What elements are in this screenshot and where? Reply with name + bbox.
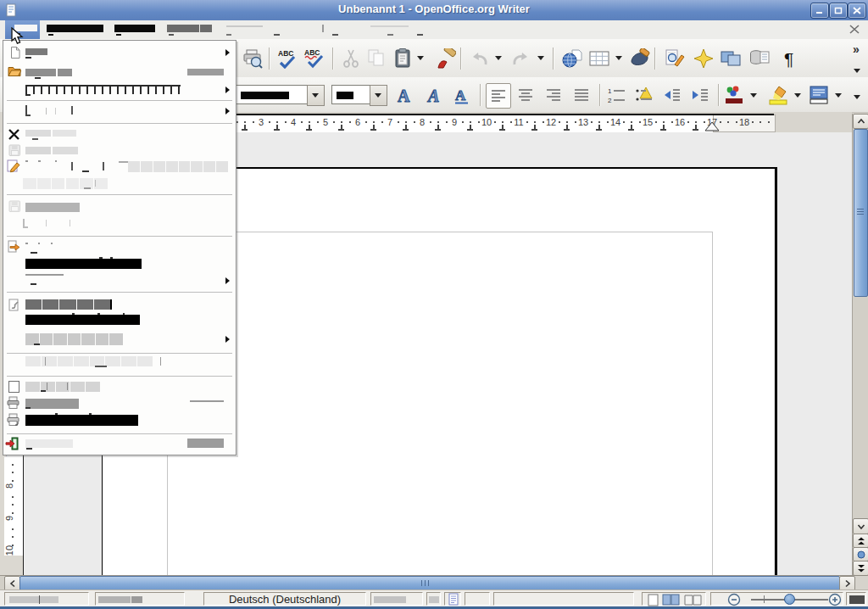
format-paintbrush-button[interactable] [434,47,458,70]
file-menu-item-export-as-pdf[interactable] [4,257,234,271]
status-zoom-percent[interactable] [846,592,866,606]
menubar-item-edit[interactable] [47,20,104,39]
file-menu-item-printer-settings[interactable] [4,412,234,427]
dropdown-arrow[interactable] [833,85,843,105]
file-menu-item-print[interactable] [4,396,234,411]
previous-page-button[interactable] [853,534,868,548]
status-signature[interactable] [465,592,490,606]
right-indent-marker-icon[interactable] [704,121,720,131]
menubar-item-view[interactable] [113,20,157,39]
file-menu-item-properties[interactable] [4,298,234,312]
navigation-button[interactable] [853,547,868,562]
font-name-input[interactable] [236,85,308,104]
menubar-item-insert[interactable] [165,20,214,39]
gallery-button[interactable] [719,47,743,70]
file-menu-item-templates[interactable] [4,332,234,347]
status-modified-flag[interactable] [444,592,461,606]
status-zoom-slider[interactable] [710,592,843,606]
underline-button[interactable]: A [450,83,474,107]
status-language[interactable]: Deutsch (Deutschland) [203,592,366,606]
decrease-indent-button[interactable] [660,83,684,107]
toolbar-more-button[interactable] [851,61,865,71]
menubar-item-window[interactable] [369,20,411,39]
increase-indent-button[interactable] [688,83,712,107]
paste-button[interactable] [391,47,415,70]
dropdown-arrow[interactable] [536,48,546,67]
file-menu-item-save-all[interactable] [4,177,234,191]
data-sources-button[interactable] [748,47,771,70]
title-bar[interactable]: Unbenannt 1 - OpenOffice.org Writer [0,0,868,21]
toolbar-more-button[interactable] [851,87,865,98]
file-menu-item-page-preview[interactable] [4,379,234,394]
bullet-list-button[interactable] [632,83,656,107]
menubar-item-table[interactable] [270,20,300,39]
align-right-button[interactable] [542,83,565,107]
scroll-up-button[interactable] [853,114,868,129]
auto-spellcheck-button[interactable]: ABC [302,47,326,70]
font-color-button[interactable] [722,83,746,107]
file-menu-item-new[interactable] [4,45,234,60]
file-menu-item-save-as[interactable] [4,159,234,176]
file-menu-item-close[interactable] [4,126,234,142]
file-menu-item-send[interactable] [4,272,234,288]
close-document-button[interactable] [849,23,863,36]
italic-button[interactable]: A [422,83,446,107]
copy-button[interactable] [364,47,388,70]
dropdown-arrow[interactable] [793,85,803,105]
maximize-button[interactable] [829,3,848,19]
file-menu-item-versions[interactable] [4,215,234,229]
file-menu-item-reload[interactable] [4,198,234,213]
file-menu-item-export[interactable] [4,240,234,254]
dropdown-arrow[interactable] [415,48,426,67]
navigator-button[interactable] [692,47,715,70]
font-name-dropdown-button[interactable] [307,85,325,106]
file-menu-item-digital-signatures[interactable] [4,313,234,327]
file-menu-item-save[interactable] [4,143,234,157]
numbered-list-button[interactable]: 12 [604,83,628,107]
bold-button[interactable]: A [393,83,417,107]
redo-button[interactable] [509,47,533,70]
align-left-button[interactable] [486,83,511,109]
cut-button[interactable] [339,47,363,70]
dropdown-arrow[interactable] [493,48,504,67]
close-button[interactable] [848,3,866,19]
next-page-button[interactable] [853,561,868,576]
highlighting-button[interactable] [766,83,790,107]
file-menu-item-open[interactable] [4,64,234,81]
file-menu-item-exit[interactable] [4,437,234,452]
status-info[interactable] [493,592,634,606]
dropdown-arrow[interactable] [748,85,759,105]
formatting-marks-button[interactable]: ¶ [778,47,802,70]
scroll-down-button[interactable] [853,518,868,534]
status-view-layout[interactable] [642,592,706,606]
undo-button[interactable] [467,47,491,70]
file-menu-item-recent-documents[interactable] [4,82,234,98]
zoom-slider-thumb[interactable] [784,594,795,605]
toolbar-overflow-button[interactable]: » [848,42,865,56]
view-multiple-pages-icon[interactable] [662,594,680,606]
file-menu-item-wizards[interactable] [4,103,234,120]
zoom-in-icon[interactable] [828,593,842,606]
view-book-mode-icon[interactable] [684,594,702,606]
hyperlink-button[interactable] [560,47,584,70]
page-preview-button[interactable] [241,47,264,70]
horizontal-scrollbar[interactable] [0,575,854,590]
status-page-style[interactable] [95,592,185,606]
dropdown-arrow[interactable] [614,48,624,67]
align-justified-button[interactable] [570,83,593,107]
file-menu-item-web-preview[interactable] [4,355,234,369]
status-insert-mode[interactable] [370,592,423,606]
menubar-item-help[interactable] [414,20,436,39]
vertical-scrollbar[interactable] [852,114,868,575]
status-selection-mode[interactable] [426,592,441,606]
background-color-button[interactable] [807,83,831,107]
font-size-input[interactable] [331,85,370,104]
status-page-number[interactable] [4,592,89,606]
table-button[interactable] [587,47,611,70]
menubar-item-tools[interactable] [312,20,346,39]
minimize-button[interactable] [810,3,829,19]
zoom-out-icon[interactable] [727,593,741,606]
spellcheck-button[interactable]: ABC [275,47,299,70]
find-replace-button[interactable] [663,47,687,70]
vertical-scrollbar-thumb[interactable] [854,129,868,297]
